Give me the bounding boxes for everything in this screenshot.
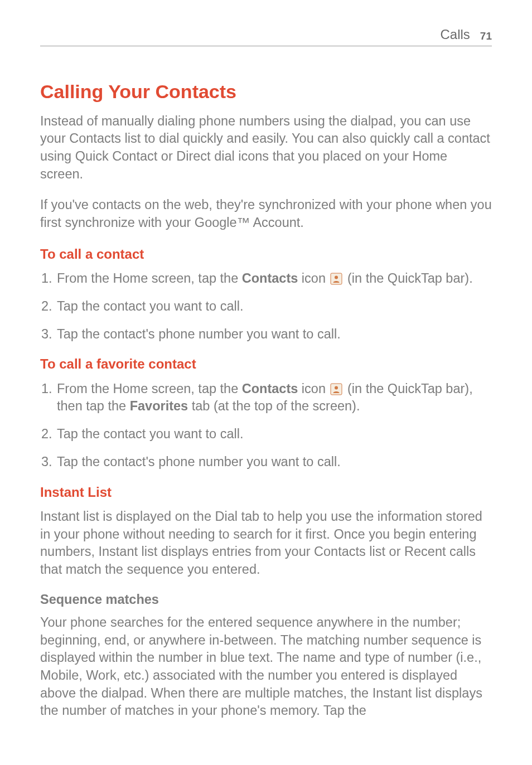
subheading-sequence-matches: Sequence matches — [40, 592, 492, 607]
intro-paragraph-1: Instead of manually dialing phone number… — [40, 113, 492, 183]
step-item: Tap the contact's phone number you want … — [41, 453, 492, 471]
instant-list-body: Instant list is displayed on the Dial ta… — [40, 508, 492, 579]
step-text: From the Home screen, tap the — [57, 381, 242, 396]
step-item: From the Home screen, tap the Contacts i… — [41, 380, 492, 415]
subheading-call-contact: To call a contact — [40, 245, 492, 263]
sequence-matches-body: Your phone searches for the entered sequ… — [40, 614, 492, 720]
step-text: From the Home screen, tap the — [57, 271, 242, 285]
page-title: Calling Your Contacts — [40, 80, 492, 104]
document-page: Calls 71 Calling Your Contacts Instead o… — [0, 0, 532, 753]
ui-label-contacts: Contacts — [242, 271, 298, 285]
step-item: Tap the contact's phone number you want … — [41, 326, 492, 343]
contacts-icon — [330, 383, 342, 395]
step-text: icon — [298, 381, 329, 396]
subheading-instant-list: Instant List — [40, 483, 492, 501]
step-text: tab (at the top of the screen). — [188, 399, 360, 413]
step-text: icon — [298, 271, 329, 285]
ui-label-contacts: Contacts — [242, 381, 298, 396]
step-item: From the Home screen, tap the Contacts i… — [41, 270, 492, 288]
page-header: Calls 71 — [40, 27, 492, 46]
steps-favorite-contact: From the Home screen, tap the Contacts i… — [40, 380, 492, 471]
subheading-favorite-contact: To call a favorite contact — [40, 355, 492, 373]
intro-paragraph-2: If you've contacts on the web, they're s… — [40, 196, 492, 231]
contacts-icon — [330, 273, 342, 285]
header-section-title: Calls — [441, 27, 470, 42]
steps-call-contact: From the Home screen, tap the Contacts i… — [40, 270, 492, 343]
ui-label-favorites: Favorites — [130, 399, 188, 413]
step-item: Tap the contact you want to call. — [41, 425, 492, 443]
step-text: (in the QuickTap bar). — [344, 271, 472, 285]
svg-point-3 — [335, 386, 338, 389]
step-item: Tap the contact you want to call. — [41, 298, 492, 316]
page-number: 71 — [480, 30, 492, 42]
svg-point-1 — [335, 276, 338, 279]
